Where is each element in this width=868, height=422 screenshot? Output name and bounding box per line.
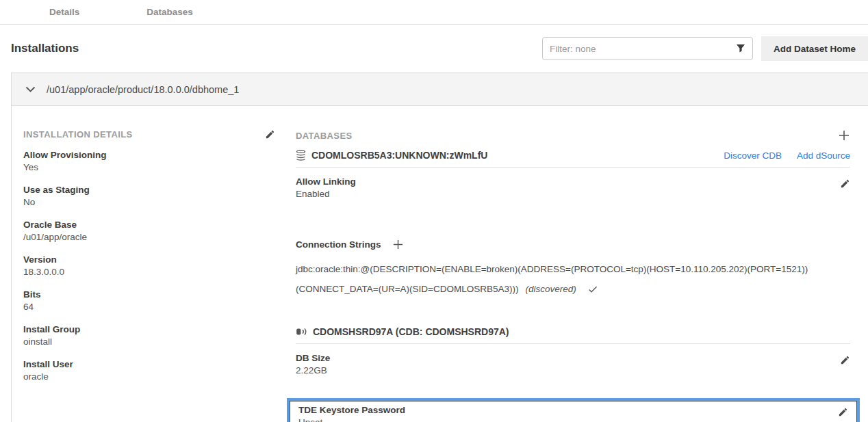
tab-bar: Details Databases: [0, 0, 868, 25]
field-label: Oracle Base: [23, 219, 275, 231]
add-connection-string-button[interactable]: [392, 239, 404, 250]
allow-linking-label: Allow Linking: [296, 176, 356, 188]
jdbc-line2-text: (CONNECT_DATA=(UR=A)(SID=CDOMLOSRB5A3))): [296, 284, 518, 295]
field-allow-provisioning: Allow Provisioning Yes: [23, 149, 275, 174]
field-label: Install User: [23, 358, 275, 371]
field-value: oracle: [23, 371, 275, 383]
database-icon: [296, 150, 306, 161]
databases-title: DATABASES: [296, 131, 353, 141]
allow-linking-row: Allow Linking Enabled: [296, 176, 850, 200]
connection-strings-title: Connection Strings: [296, 239, 381, 250]
edit-installation-details-button[interactable]: [265, 129, 275, 140]
field-value: /u01/app/oracle: [23, 231, 275, 243]
field-label: Install Group: [23, 324, 275, 336]
db-size-value: 2.22GB: [296, 365, 330, 377]
installation-path: /u01/app/oracle/product/18.0.0.0/dbhome_…: [47, 84, 239, 95]
field-label: Allow Provisioning: [23, 149, 275, 161]
database-name: CDOMLOSRB5A3:UNKNOWN:zWmLfU: [311, 150, 487, 161]
field-value: 64: [23, 301, 275, 313]
installation-details-section: INSTALLATION DETAILS Allow Provisioning …: [23, 129, 296, 422]
db-size-row: DB Size 2.22GB: [296, 352, 850, 377]
chevron-down-icon: [25, 86, 36, 92]
edit-allow-linking-button[interactable]: [840, 179, 850, 189]
field-value: No: [23, 196, 275, 209]
field-install-user: Install User oracle: [23, 358, 275, 383]
field-label: Version: [23, 254, 275, 266]
installation-panel-header[interactable]: /u01/app/oracle/product/18.0.0.0/dbhome_…: [12, 73, 868, 106]
database-name: CDOMSHSRD97A (CDB: CDOMSHSRD97A): [313, 326, 509, 337]
database-row-cdomlosrb5a3: CDOMLOSRB5A3:UNKNOWN:zWmLfU Discover CDB…: [296, 150, 850, 168]
installation-panel: /u01/app/oracle/product/18.0.0.0/dbhome_…: [11, 72, 868, 422]
jdbc-connection-string-line2: (CONNECT_DATA=(UR=A)(SID=CDOMLOSRB5A3)))…: [296, 284, 850, 295]
field-value: 18.3.0.0.0: [23, 266, 275, 278]
tde-keystore-password-label: TDE Keystore Password: [298, 404, 405, 417]
add-dsource-link[interactable]: Add dSource: [797, 150, 850, 161]
field-oracle-base: Oracle Base /u01/app/oracle: [23, 219, 275, 243]
field-install-group: Install Group oinstall: [23, 324, 275, 348]
field-bits: Bits 64: [23, 289, 275, 313]
field-label: Use as Staging: [23, 184, 275, 196]
tab-databases[interactable]: Databases: [146, 7, 193, 17]
databases-section: DATABASES CDOMLOSRB5A3:UNKNOWN:zWmLfU: [296, 129, 850, 422]
allow-linking-value: Enabled: [296, 188, 356, 200]
add-dataset-home-button[interactable]: Add Dataset Home: [761, 36, 868, 61]
field-value: oinstall: [23, 336, 275, 348]
toolbar: Installations Add Dataset Home: [0, 25, 868, 72]
tde-keystore-highlight-box: TDE Keystore Password Unset: [287, 398, 860, 422]
field-use-as-staging: Use as Staging No: [23, 184, 275, 209]
tde-keystore-password-value: Unset: [298, 417, 405, 422]
filter-input-wrap: [542, 37, 753, 60]
filter-icon[interactable]: [736, 44, 745, 53]
page-title: Installations: [11, 42, 79, 55]
installation-details-title: INSTALLATION DETAILS: [23, 129, 133, 140]
checkmark-icon: [587, 284, 598, 295]
field-version: Version 18.3.0.0.0: [23, 254, 275, 278]
add-database-button[interactable]: [838, 129, 850, 142]
db-size-label: DB Size: [296, 352, 330, 365]
field-value: Yes: [23, 161, 275, 174]
jdbc-connection-string-line1: jdbc:oracle:thin:@(DESCRIPTION=(ENABLE=b…: [296, 264, 850, 275]
edit-db-size-button[interactable]: [840, 355, 850, 365]
connection-strings-header: Connection Strings: [296, 239, 850, 250]
database-row-cdomshsrd97a: CDOMSHSRD97A (CDB: CDOMSHSRD97A): [296, 326, 850, 344]
cdb-database-icon: [296, 327, 307, 337]
tab-details[interactable]: Details: [49, 7, 79, 17]
discovered-note: (discovered): [525, 284, 576, 295]
filter-input[interactable]: [550, 44, 736, 54]
edit-tde-keystore-password-button[interactable]: [838, 407, 848, 417]
field-label: Bits: [23, 289, 275, 301]
discover-cdb-link[interactable]: Discover CDB: [724, 150, 782, 161]
